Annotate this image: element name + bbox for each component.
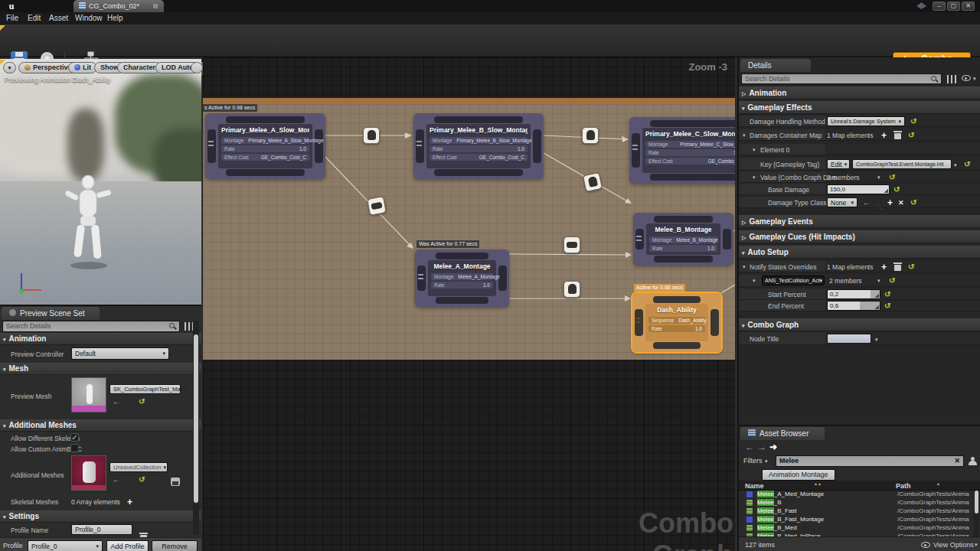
nav-back-icon[interactable]: ← <box>745 442 754 452</box>
additional-meshes-thumbnail[interactable] <box>71 455 106 491</box>
reset-icon[interactable]: ↺ <box>910 199 916 207</box>
maximize-button[interactable]: ▢ <box>947 2 960 11</box>
node-title-input[interactable] <box>827 334 871 344</box>
reset-icon[interactable]: ↺ <box>889 277 895 285</box>
feedback-icon[interactable] <box>916 2 926 9</box>
gamepad-trigger-icon[interactable] <box>583 172 603 192</box>
reset-icon[interactable]: ↺ <box>884 302 890 310</box>
trash-icon[interactable] <box>894 262 901 271</box>
trash-icon[interactable] <box>894 131 901 139</box>
asset-row[interactable]: Melee_B_Med /ComboGraphTests/Anima <box>740 524 976 532</box>
node-input-pin[interactable] <box>207 129 216 163</box>
graph-node-primary-melee-b[interactable]: Primary_Melee_B_Slow_Montage MontagePrim… <box>413 113 544 179</box>
nav-go-icon[interactable]: ➜ <box>769 442 777 452</box>
node-output-pin[interactable] <box>315 129 323 163</box>
combo-graph-canvas[interactable]: Zoom -3 s Activ <box>203 57 735 551</box>
reset-icon[interactable]: ↺ <box>910 118 916 126</box>
caret-down-icon[interactable]: ▾ <box>877 278 880 284</box>
browse-to-asset-icon[interactable] <box>126 403 132 409</box>
asset-row[interactable]: Melee_B /ComboGraphTests/Anima <box>740 499 976 507</box>
graph-node-melee-b-montage[interactable]: Melee_B_Montage MontageMelee_B_Montage R… <box>633 213 733 266</box>
eye-filter-icon[interactable] <box>962 75 971 81</box>
reset-icon[interactable]: ↺ <box>139 476 145 484</box>
reset-icon[interactable]: ↺ <box>884 291 890 298</box>
menu-edit[interactable]: Edit <box>28 14 41 22</box>
preview-scene-tab[interactable]: Preview Scene Set <box>2 307 100 320</box>
preview-mesh-dropdown[interactable]: SK_ComboGraphTest_Mar▾ <box>109 384 181 394</box>
view-options-eye-icon[interactable] <box>921 542 930 548</box>
section-animation[interactable]: ▷Animation <box>739 86 980 99</box>
caret-down-icon[interactable]: ▾ <box>877 174 880 181</box>
details-search-input[interactable]: Search Details <box>741 73 942 84</box>
clear-search-icon[interactable]: ✕ <box>954 456 960 466</box>
remove-profile-button[interactable]: Remove Profile <box>152 540 198 551</box>
asset-row[interactable]: Melee_B_Fast /ComboGraphTests/Anima <box>740 507 976 515</box>
section-additional-meshes[interactable]: ▾Additional Meshes <box>0 419 201 432</box>
preview-controller-dropdown[interactable]: Default▾ <box>71 347 169 360</box>
gamepad-trigger-icon[interactable] <box>582 127 599 144</box>
section-settings[interactable]: ▾Settings <box>0 510 201 523</box>
graph-node-melee-a-montage[interactable]: Melee_A_Montage MontageMelee_A_Montage R… <box>415 249 509 307</box>
caret-down-icon[interactable]: ▾ <box>973 76 976 82</box>
minimize-button[interactable]: – <box>933 2 946 11</box>
reset-icon[interactable]: ↺ <box>964 161 970 168</box>
filter-chip-animation-montage[interactable]: Animation Montage <box>762 469 835 481</box>
section-gameplay-events[interactable]: ▷Gameplay Events <box>739 215 980 228</box>
view-options-label[interactable]: View Options <box>933 541 974 549</box>
menu-help[interactable]: Help <box>107 14 123 22</box>
node-input-pin[interactable] <box>416 129 424 163</box>
section-auto-setup[interactable]: ▾Auto Setup <box>739 246 980 259</box>
additional-meshes-dropdown[interactable]: UnsavedCollection▾ <box>109 462 168 472</box>
asset-row[interactable]: Melee_A_Med_Montage /ComboGraphTests/Ani… <box>740 491 976 498</box>
section-animation[interactable]: ▾Animation <box>0 333 201 345</box>
end-percent-input[interactable]: 0,6 <box>827 301 880 311</box>
menu-file[interactable]: File <box>6 14 18 22</box>
asset-tab[interactable]: CG_Combo_02* <box>74 0 164 12</box>
caret-down-icon[interactable]: ▾ <box>875 337 878 343</box>
add-element-icon[interactable]: + <box>881 263 887 271</box>
add-profile-button[interactable]: Add Profile <box>106 540 149 551</box>
start-percent-input[interactable]: 0,2 <box>827 289 880 299</box>
reset-icon[interactable]: ↺ <box>893 186 900 194</box>
caret-down-icon[interactable]: ▾ <box>975 542 978 548</box>
preview-panel-scrollbar[interactable] <box>193 321 199 535</box>
preview-mesh-thumbnail[interactable] <box>71 377 106 412</box>
reset-icon[interactable]: ↺ <box>908 132 914 139</box>
gamepad-bumper-icon[interactable] <box>367 196 386 215</box>
node-output-pin[interactable] <box>533 129 541 163</box>
reset-icon[interactable]: ↺ <box>889 174 895 181</box>
node-input-pin[interactable] <box>632 133 640 168</box>
save-collection-icon[interactable] <box>171 478 180 486</box>
use-selected-icon[interactable]: ← <box>113 476 120 484</box>
reset-icon[interactable]: ↺ <box>139 398 145 406</box>
nav-forward-icon[interactable]: → <box>757 442 766 452</box>
sort-icons[interactable]: ▲▲ <box>814 481 822 486</box>
use-selected-icon[interactable]: ← <box>113 398 120 406</box>
use-selected-icon[interactable]: ← <box>863 199 871 207</box>
asset-list-scrollbar[interactable] <box>974 491 979 536</box>
allow-custom-animbp-checkbox[interactable] <box>70 444 79 452</box>
column-view-icon[interactable] <box>947 75 956 83</box>
base-damage-input[interactable]: 150,0 <box>827 184 890 194</box>
reset-icon[interactable]: ↺ <box>908 263 914 271</box>
damage-type-class-dropdown[interactable]: None▾ <box>827 197 858 207</box>
person-filter-icon[interactable] <box>969 457 976 465</box>
add-element-icon[interactable]: + <box>881 132 887 139</box>
menu-window[interactable]: Window <box>75 14 103 22</box>
damage-handling-method-dropdown[interactable]: Unreal's Damage System▾ <box>827 116 905 126</box>
graph-node-dash-ability-selected[interactable]: Dash_Ability SequenceDash_Ability Rate1.… <box>632 293 721 352</box>
section-mesh[interactable]: ▾Mesh <box>0 363 201 375</box>
menu-asset[interactable]: Asset <box>49 14 68 22</box>
edit-tag-dropdown[interactable]: Edit▾ <box>827 159 850 169</box>
allow-different-skeleton-checkbox[interactable]: ✓ <box>70 433 79 442</box>
sort-icon[interactable]: ▲ <box>936 481 940 486</box>
viewport-lit-button[interactable]: Lit <box>68 62 97 73</box>
scrollbar-thumb[interactable] <box>194 334 198 503</box>
section-gameplay-effects[interactable]: ▾Gameplay Effects <box>739 101 980 114</box>
graph-node-primary-melee-a[interactable]: Primary_Melee_A_Slow_Montage MontagePrim… <box>205 113 325 179</box>
filters-label[interactable]: Filters <box>743 457 763 465</box>
asset-tab-menu-icon[interactable] <box>153 4 158 8</box>
caret-down-icon[interactable]: ▾ <box>954 162 957 168</box>
preview-search-input[interactable]: Search Details <box>2 321 180 332</box>
gamepad-trigger-icon[interactable] <box>564 281 580 298</box>
